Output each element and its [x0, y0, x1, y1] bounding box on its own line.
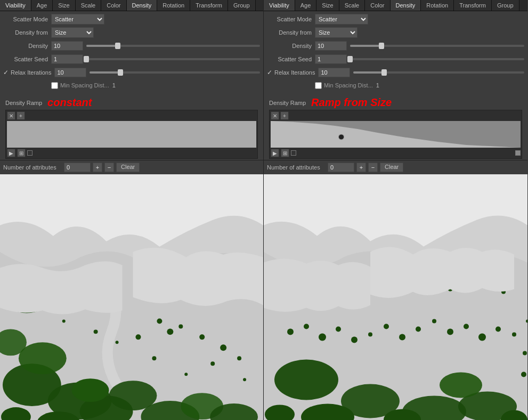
clear-btn-left[interactable]: Clear	[116, 163, 140, 172]
density-row-right: Density	[267, 40, 524, 52]
scatter-seed-slider-left[interactable]	[86, 58, 260, 60]
scatter-seed-input-right[interactable]	[315, 54, 347, 64]
scatter-seed-label-left: Scatter Seed	[3, 56, 51, 62]
density-ramp-container-left: ✕ + ▶ ⊞	[5, 110, 258, 159]
ramp-remove-btn-right[interactable]: ✕	[271, 111, 279, 120]
svg-point-45	[368, 333, 372, 337]
left-tabs: Viability Age Size Scale Color Density R…	[0, 0, 263, 11]
density-slider-left[interactable]	[86, 45, 260, 47]
tab-rotation-left[interactable]: Rotation	[157, 0, 190, 11]
scatter-mode-select-wrapper-left[interactable]: Scatter	[51, 14, 104, 25]
density-from-select-left[interactable]: Size	[51, 27, 94, 38]
svg-point-21	[167, 328, 173, 335]
right-tabs: Viability Age Size Scale Color Density R…	[264, 0, 527, 11]
min-spacing-checkbox-left[interactable]	[51, 82, 58, 89]
relax-slider-right[interactable]	[353, 71, 524, 74]
svg-point-25	[220, 344, 226, 351]
tab-scale-left[interactable]: Scale	[76, 0, 102, 11]
relax-row-right: ✓ Relax Iterations	[267, 67, 524, 78]
attr-remove-btn-right[interactable]: −	[368, 163, 378, 172]
density-from-row-right: Density from Size	[267, 27, 524, 38]
attr-value-left[interactable]	[64, 163, 91, 172]
tab-rotation-right[interactable]: Rotation	[421, 0, 454, 11]
ramp-add-btn-left[interactable]: +	[17, 111, 25, 120]
density-slider-right[interactable]	[350, 45, 524, 47]
tab-color-right[interactable]: Color	[365, 0, 390, 11]
min-spacing-value-left: 1	[112, 82, 116, 88]
ramp-gradient-right	[271, 121, 521, 148]
svg-point-50	[447, 329, 453, 335]
scatter-seed-input-left[interactable]	[51, 54, 83, 64]
ramp-handle-left[interactable]	[27, 150, 33, 156]
svg-point-15	[210, 361, 215, 366]
relax-input-left[interactable]	[54, 68, 86, 77]
density-ramp-annotation-right: Ramp from Size	[311, 96, 392, 109]
scatter-mode-select-left[interactable]: Scatter	[51, 14, 104, 25]
relax-slider-left[interactable]	[90, 71, 260, 74]
attr-label-right: Number of attributes	[267, 164, 326, 171]
density-from-select-wrapper-right[interactable]: Size	[315, 27, 358, 38]
density-from-select-right[interactable]: Size	[315, 27, 358, 38]
min-spacing-label-right: Min Spacing Dist...	[324, 82, 373, 88]
tab-viability-left[interactable]: Viability	[0, 0, 31, 11]
attr-row-left: Number of attributes + − Clear	[0, 160, 263, 174]
tab-group-left[interactable]: Group	[228, 0, 256, 11]
viewport-left	[0, 174, 263, 420]
svg-point-26	[237, 356, 241, 360]
relax-input-right[interactable]	[318, 68, 350, 77]
attr-remove-btn-left[interactable]: −	[104, 163, 114, 172]
svg-point-20	[157, 318, 162, 324]
tab-density-right[interactable]: Density	[391, 0, 421, 11]
density-ramp-section-left: Density Ramp constant ✕ + ▶ ⊞	[0, 94, 263, 160]
min-spacing-row-left: Min Spacing Dist... 1	[3, 80, 260, 91]
attr-add-btn-right[interactable]: +	[356, 163, 366, 172]
svg-point-42	[319, 334, 326, 341]
attr-value-right[interactable]	[328, 163, 354, 172]
density-input-left[interactable]	[51, 41, 83, 51]
attr-add-btn-left[interactable]: +	[93, 163, 102, 172]
scatter-mode-select-right[interactable]: Scatter	[315, 14, 368, 25]
svg-point-40	[287, 329, 294, 335]
ramp-add-btn-right[interactable]: +	[280, 111, 289, 120]
ramp-remove-btn-left[interactable]: ✕	[7, 111, 15, 120]
density-from-select-wrapper-left[interactable]: Size	[51, 27, 94, 38]
ramp-handle-right-right[interactable]	[515, 150, 521, 156]
ramp-play-btn-right[interactable]: ▶	[271, 149, 279, 157]
svg-point-53	[495, 327, 501, 332]
tab-size-right[interactable]: Size	[316, 0, 339, 11]
min-spacing-label-left: Min Spacing Dist...	[60, 82, 109, 88]
attr-row-right: Number of attributes + − Clear	[264, 160, 527, 174]
tab-transform-left[interactable]: Transform	[190, 0, 228, 11]
ramp-handle-left-right[interactable]	[291, 150, 296, 156]
scatter-mode-row-right: Scatter Mode Scatter	[267, 13, 524, 25]
ramp-fit-btn-left[interactable]: ⊞	[17, 149, 26, 157]
tab-age-left[interactable]: Age	[31, 0, 53, 11]
scatter-seed-slider-right[interactable]	[350, 58, 524, 60]
density-ramp-label-row-right: Density Ramp Ramp from Size	[267, 96, 524, 109]
relax-checkbox-left[interactable]: ✓	[3, 69, 11, 76]
tab-density-left[interactable]: Density	[127, 0, 158, 11]
svg-point-16	[243, 378, 246, 381]
tab-group-right[interactable]: Group	[492, 0, 519, 11]
tab-viability-right[interactable]: Viability	[264, 0, 295, 11]
tab-transform-right[interactable]: Transform	[454, 0, 492, 11]
ramp-play-btn-left[interactable]: ▶	[7, 149, 15, 157]
density-from-label-left: Density from	[3, 29, 51, 36]
svg-point-22	[178, 324, 183, 328]
density-from-label-right: Density from	[267, 29, 315, 36]
tab-age-right[interactable]: Age	[295, 0, 317, 11]
scatter-mode-row-left: Scatter Mode Scatter	[3, 13, 260, 25]
ramp-fit-btn-right[interactable]: ⊞	[281, 149, 289, 157]
density-from-row-left: Density from Size	[3, 27, 260, 38]
scatter-mode-select-wrapper-right[interactable]: Scatter	[315, 14, 368, 25]
tab-size-left[interactable]: Size	[53, 0, 75, 11]
density-ramp-label-right: Density Ramp	[269, 100, 306, 106]
min-spacing-checkbox-right[interactable]	[315, 82, 322, 89]
terrain-svg-right	[264, 174, 527, 420]
tab-color-left[interactable]: Color	[101, 0, 126, 11]
tab-scale-right[interactable]: Scale	[339, 0, 365, 11]
density-input-right[interactable]	[315, 41, 347, 51]
clear-btn-right[interactable]: Clear	[380, 163, 403, 172]
density-ramp-container-right: ✕ +	[269, 110, 522, 159]
relax-checkbox-right[interactable]: ✓	[267, 69, 274, 76]
